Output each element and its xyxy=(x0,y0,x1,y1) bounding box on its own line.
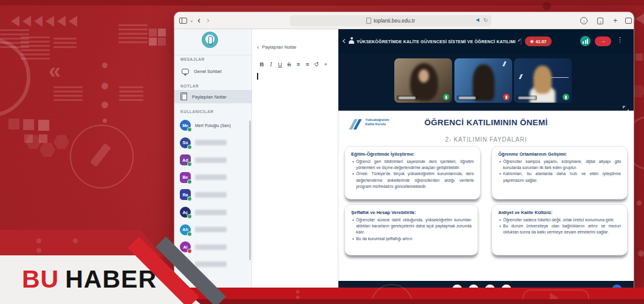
options-kebab-icon[interactable]: ⋮ xyxy=(617,36,623,44)
numbered-list-button[interactable]: ≡ xyxy=(305,61,310,67)
user-name xyxy=(195,227,227,232)
page: « ⌄ ‹ › toplanti.beu.edu.tr xyxy=(0,0,644,304)
webcam-tile[interactable] xyxy=(514,58,572,103)
webcam-tile[interactable] xyxy=(394,58,452,103)
sidebar-toggle-icon[interactable] xyxy=(179,12,187,24)
dot-decoration xyxy=(637,201,642,206)
user-name xyxy=(195,210,227,215)
user-name xyxy=(195,174,227,180)
notes-toolbar: BIUS≡≡↺+ xyxy=(259,61,328,67)
user-list-item[interactable]: Ra xyxy=(174,187,251,202)
back-chevron-icon[interactable]: ‹ xyxy=(257,44,259,50)
user-list-item[interactable]: Ah xyxy=(174,222,251,238)
bullet-list-button[interactable]: ≡ xyxy=(296,61,301,67)
strikethrough-button[interactable]: S xyxy=(287,61,292,67)
card-title: Öğrenme Ortamlarının Gelişimi: xyxy=(498,151,621,157)
reload-icon[interactable]: ↻ xyxy=(483,17,488,23)
card-bullet: Öğrenciler sürece dahil olduğunda, yükse… xyxy=(351,217,471,236)
new-tab-icon[interactable]: + xyxy=(613,12,618,29)
shared-notes-panel: ‹ Paylaşılan Notlar BIUS≡≡↺+ xyxy=(252,29,338,292)
bold-button[interactable]: B xyxy=(259,61,264,67)
chevron-down-icon[interactable]: ⌄ xyxy=(190,12,194,29)
card-title: Aidiyet ve Kalite Kültürü: xyxy=(498,210,621,215)
downloads-icon[interactable]: ↓ xyxy=(580,12,587,24)
share-icon[interactable]: ↑ xyxy=(597,12,603,24)
undo-button[interactable]: ↺ xyxy=(314,61,319,67)
page-icon xyxy=(366,18,371,24)
person-icon xyxy=(349,37,354,45)
hexagon-decoration xyxy=(53,135,69,149)
leave-icon: → xyxy=(601,38,606,44)
underline-button[interactable]: U xyxy=(278,61,283,67)
record-icon: ◉ xyxy=(530,39,533,44)
user-list-item[interactable]: So xyxy=(174,135,251,151)
webcam-name-label xyxy=(516,95,537,100)
lines-decoration xyxy=(53,86,83,103)
sidebar-item-public-chat[interactable]: Genel Sohbet xyxy=(174,64,252,78)
slide-card: Aidiyet ve Kalite Kültürü:Öğrenciler sad… xyxy=(492,204,628,255)
hexagon-decoration xyxy=(632,85,644,97)
dot-decoration xyxy=(638,250,644,257)
mic-status-icon xyxy=(443,94,450,100)
divider xyxy=(174,55,252,55)
user-name xyxy=(195,244,227,250)
notes-editor[interactable] xyxy=(252,69,338,292)
leave-meeting-button[interactable]: → xyxy=(595,36,611,46)
chat-icon xyxy=(182,69,189,74)
address-bar[interactable]: toplanti.beu.edu.tr ↻ xyxy=(290,15,492,26)
avatar: Al xyxy=(180,241,191,252)
back-button[interactable]: ‹ xyxy=(197,12,200,28)
avatar: Me xyxy=(180,120,191,131)
user-list-item[interactable]: Ad xyxy=(174,152,251,168)
webcam-name-label xyxy=(397,95,417,100)
user-name xyxy=(195,157,227,163)
notes-header[interactable]: ‹ Paylaşılan Notlar xyxy=(257,44,296,50)
italic-button[interactable]: I xyxy=(269,61,273,67)
meeting-main: YÜKSEKÖĞRETİMDE KALİTE GÜVENCESİ SİSTEMİ… xyxy=(338,29,634,292)
forward-button[interactable]: › xyxy=(207,12,210,28)
card-bullet: Bu durum üniversiteye olan bağlılıkların… xyxy=(498,223,621,235)
user-name xyxy=(195,261,227,267)
avatar: Ad xyxy=(180,154,191,165)
pencil-circle-decoration xyxy=(70,125,134,188)
tab-audio-icon[interactable] xyxy=(476,18,479,22)
card-title: Eğitim-Öğretimde İyileştirme: xyxy=(351,151,474,157)
user-name: Mert Potoğlu (Sen) xyxy=(195,123,231,128)
card-title: Şeffaflık ve Hesap Verebilirlik: xyxy=(351,210,471,215)
university-logo xyxy=(202,32,218,48)
lines-decoration xyxy=(53,38,77,50)
meeting-title[interactable]: YÜKSEKÖĞRETİMDE KALİTE GÜVENCESİ SİSTEMİ… xyxy=(357,29,519,54)
dot-decoration xyxy=(296,290,300,294)
recording-indicator[interactable]: ◉ 41:07 xyxy=(525,36,552,46)
chevron-down-icon xyxy=(518,39,521,42)
slide-card: Öğrenme Ortamlarının Gelişimi:Öğrenciler… xyxy=(492,146,628,199)
lines-decoration xyxy=(118,24,148,46)
sidebar-scrollbar[interactable] xyxy=(249,120,251,260)
user-name xyxy=(195,140,227,145)
add-button[interactable]: + xyxy=(323,61,328,67)
audio-status-icon xyxy=(187,145,192,150)
chevrons-decoration: « xyxy=(49,58,61,84)
card-bullet: Öğrenci geri bildirimleri sayesinde ders… xyxy=(351,159,474,171)
buhaber-logo: BUHABER xyxy=(22,265,157,294)
mic-status-icon xyxy=(503,94,510,100)
browser-toolbar: ⌄ ‹ › toplanti.beu.edu.tr ↻ ↓ ↑ + xyxy=(174,12,634,29)
url-text: toplanti.beu.edu.tr xyxy=(374,18,415,24)
user-list-item[interactable]: Aç xyxy=(174,204,251,220)
notes-title: Paylaşılan Notlar xyxy=(262,44,296,50)
hide-userlist-button[interactable] xyxy=(343,37,354,46)
recording-timer: 41:07 xyxy=(536,40,547,44)
section-messages: MESAJLAR xyxy=(180,57,205,61)
user-list-item[interactable]: Al xyxy=(174,239,251,255)
browser-window: ⌄ ‹ › toplanti.beu.edu.tr ↻ ↓ ↑ + MESAJL… xyxy=(174,12,634,292)
meeting-sidebar: MESAJLAR Genel Sohbet NOTLAR Paylaşılan … xyxy=(174,29,252,292)
connection-status-button[interactable] xyxy=(580,36,591,46)
section-notes: NOTLAR xyxy=(180,84,199,88)
user-list-item[interactable]: Be xyxy=(174,170,251,185)
tab-overview-icon[interactable] xyxy=(625,12,632,24)
chevron-left-icon xyxy=(343,39,347,43)
webcam-tile[interactable] xyxy=(454,58,512,103)
card-bullet: Bu da kurumsal şeffaflığı artırır. xyxy=(351,236,471,242)
user-list-item[interactable]: MeMert Potoğlu (Sen) xyxy=(174,117,251,133)
sidebar-item-shared-notes[interactable]: Paylaşılan Notlar xyxy=(174,90,252,103)
